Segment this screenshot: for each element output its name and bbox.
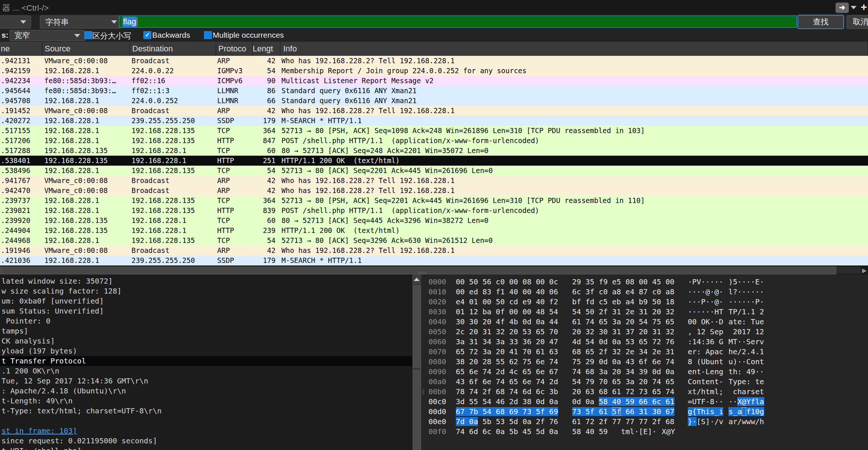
scrollbar-track[interactable] <box>836 267 861 274</box>
details-line[interactable]: since request: 0.021195000 seconds] <box>0 436 412 446</box>
hex-row[interactable]: 009065 6e 74 2d 4c 65 6e 6774 68 3a 20 3… <box>428 367 764 377</box>
frame-link[interactable]: st in frame: 103] <box>1 426 77 435</box>
packet-row[interactable]: .942159192.168.228.1224.0.0.22IGMPv354Me… <box>0 66 868 76</box>
pane-splitter[interactable] <box>421 274 426 450</box>
search-scope-dropdown[interactable]: 节流 <box>0 16 31 28</box>
packet-row[interactable]: .239920192.168.228.135192.168.228.1TCP60… <box>0 216 868 226</box>
search-type-dropdown[interactable]: 字符串 <box>40 16 122 28</box>
packet-row[interactable]: .942131VMware_c0:00:08BroadcastARP42Who … <box>0 56 868 66</box>
details-line[interactable]: lated window size: 35072] <box>0 276 412 286</box>
scrollbar-seam <box>413 368 420 370</box>
hex-row[interactable]: 000000 50 56 c0 00 08 00 0c29 35 f9 e5 0… <box>428 277 764 287</box>
hex-row[interactable]: 00e07d 0a 5b 53 5d 0a 2f 7661 72 2f 77 7… <box>428 417 764 427</box>
display-filter-bar[interactable]: 器 ... <Ctrl-/> ➜ + <box>0 0 868 15</box>
column-header-ne[interactable]: ne <box>0 42 42 56</box>
hex-offset: 0030 <box>428 307 446 317</box>
details-line[interactable] <box>0 416 412 426</box>
column-header-source[interactable]: Source <box>42 42 130 56</box>
scroll-up-button[interactable] <box>412 274 421 285</box>
triangle-up-icon <box>414 278 420 281</box>
charset-label: s: <box>1 31 8 40</box>
packet-row[interactable]: .945708192.168.228.1224.0.0.252LLMNR66St… <box>0 96 868 106</box>
hex-row[interactable]: 0020e4 01 00 50 cd e9 40 f2bf fd c5 eb a… <box>428 297 764 307</box>
scroll-right-arrow-icon[interactable]: ▶ <box>862 267 867 274</box>
details-line[interactable]: w size scaling factor: 128] <box>0 286 412 296</box>
packet-row[interactable]: .942470VMware_c0:00:08BroadcastARP42Who … <box>0 186 868 196</box>
multiple-occurrences-label[interactable]: Multiple occurrences <box>213 31 284 40</box>
packet-row[interactable]: .421036192.168.228.1239.255.255.250SSDP1… <box>0 256 868 265</box>
hex-offset: 00c0 <box>428 397 446 407</box>
details-line[interactable]: t-Type: text/html; charset=UTF-8\r\n <box>0 406 412 416</box>
horizontal-scrollbar[interactable]: ▶ <box>0 265 868 275</box>
details-scrollbar-handle[interactable] <box>413 285 421 450</box>
backwards-checkbox[interactable]: ✓ <box>143 31 151 39</box>
packet-list-header[interactable]: neSourceDestinationProtocoLengtInfo <box>0 42 868 56</box>
cancel-button[interactable]: 取消 <box>847 15 868 29</box>
hex-row[interactable]: 00b078 74 2f 68 74 6d 6c 3b20 63 68 61 7… <box>428 387 764 397</box>
apply-filter-arrow-button[interactable]: ➜ <box>835 3 849 13</box>
multiple-occurrences-checkbox[interactable]: ✓ <box>204 31 212 39</box>
packet-row[interactable]: .517206192.168.228.1192.168.228.135HTTP8… <box>0 136 868 146</box>
hex-offset: 0080 <box>428 357 446 367</box>
details-line[interactable]: t-Length: 49\r\n <box>0 396 412 406</box>
packet-row[interactable]: .244968192.168.228.1192.168.228.135TCP54… <box>0 236 868 246</box>
details-line[interactable]: st in frame: 103] <box>0 426 412 436</box>
hex-offset: 0090 <box>428 367 446 377</box>
case-sensitive-label[interactable]: 区分大小写 <box>92 31 131 41</box>
hex-row[interactable]: 001000 ed 83 f1 40 00 40 066c 3f c0 a8 e… <box>428 287 764 297</box>
column-header-lengt[interactable]: Lengt <box>253 42 280 56</box>
packet-row[interactable]: .191452VMware_c0:00:08BroadcastARP42Who … <box>0 106 868 116</box>
backwards-label[interactable]: Backwards <box>152 31 190 40</box>
add-filter-button[interactable]: + <box>861 1 867 13</box>
hex-row[interactable]: 003001 12 ba 0f 00 00 48 5454 50 2f 31 2… <box>428 307 764 317</box>
details-line[interactable]: yload (197 bytes) <box>0 346 412 356</box>
apply-filter-caret-icon[interactable] <box>851 6 857 9</box>
details-line[interactable]: Pointer: 0 <box>0 316 412 326</box>
packet-row[interactable]: .244904192.168.228.135192.168.228.1HTTP2… <box>0 226 868 236</box>
packet-row[interactable]: .191946VMware_c0:00:08BroadcastARP42Who … <box>0 246 868 256</box>
column-header-protoco[interactable]: Protoco <box>216 42 253 56</box>
hex-offset: 0060 <box>428 337 446 347</box>
find-button[interactable]: 查找 <box>798 15 844 29</box>
text-cursor <box>137 17 137 26</box>
details-line[interactable]: um: 0xba0f [unverified] <box>0 296 412 306</box>
packet-row[interactable]: .941767VMware_c0:00:08BroadcastARP42Who … <box>0 176 868 186</box>
packet-list: .942131VMware_c0:00:08BroadcastARP42Who … <box>0 56 868 265</box>
packet-row[interactable]: .942234fe80::585d:3b93:…ff02::16ICMPv690… <box>0 76 868 86</box>
details-line[interactable]: sum Status: Unverified] <box>0 306 412 316</box>
case-sensitive-checkbox[interactable]: ✓ <box>84 31 92 39</box>
details-line[interactable]: .1 200 OK\r\n <box>0 366 412 376</box>
packet-row[interactable]: .517155192.168.228.1192.168.228.135TCP36… <box>0 126 868 136</box>
hex-row[interactable]: 00d067 7b 54 68 69 73 5f 6973 5f 61 5f 6… <box>428 407 764 417</box>
packet-row[interactable]: .420272192.168.228.1239.255.255.250SSDP1… <box>0 116 868 126</box>
display-filter-placeholder[interactable]: 器 ... <Ctrl-/> <box>2 3 49 14</box>
packet-row[interactable]: .945644fe80::585d:3b93:…ff02::1:3LLMNR86… <box>0 86 868 96</box>
column-header-info[interactable]: Info <box>280 42 868 56</box>
hex-row[interactable]: 00502c 20 31 32 20 53 65 7020 32 30 31 3… <box>428 327 764 337</box>
hex-row[interactable]: 008038 20 28 55 62 75 6e 7475 29 0d 0a 4… <box>428 357 764 367</box>
details-line[interactable]: tamps] <box>0 326 412 336</box>
details-line[interactable]: : Apache/2.4.18 (Ubuntu)\r\n <box>0 386 412 396</box>
hex-dump-pane: 000000 50 56 c0 00 08 00 0c29 35 f9 e5 0… <box>426 274 868 450</box>
hex-offset: 0010 <box>428 287 446 297</box>
hex-row[interactable]: 00a043 6f 6e 74 65 6e 74 2d54 79 70 65 3… <box>428 377 764 387</box>
hex-offset: 0040 <box>428 317 446 327</box>
packet-row[interactable]: .538401192.168.228.135192.168.228.1HTTP2… <box>0 156 868 166</box>
hex-row[interactable]: 00603a 31 34 3a 33 36 20 474d 54 0d 0a 5… <box>428 337 764 347</box>
hex-row[interactable]: 00f074 6d 6c 0a 5b 45 5d 0a58 40 59tml·[… <box>428 427 764 437</box>
packet-row[interactable]: .239737192.168.228.1192.168.228.135TCP36… <box>0 196 868 206</box>
char-width-dropdown[interactable]: 宽窄 <box>10 30 85 41</box>
details-line-selected[interactable]: t Transfer Protocol <box>0 356 412 366</box>
search-input[interactable]: flag <box>119 16 797 28</box>
details-line[interactable]: t URI: /shell.php] <box>0 446 412 450</box>
details-line[interactable]: CK analysis] <box>0 336 412 346</box>
packet-row[interactable]: .517288192.168.228.135192.168.228.1TCP60… <box>0 146 868 156</box>
column-header-destination[interactable]: Destination <box>130 42 216 56</box>
hex-row[interactable]: 00c03d 55 54 46 2d 38 0d 0a0d 0a 58 40 5… <box>428 397 764 407</box>
packet-row[interactable]: .538496192.168.228.1192.168.228.135TCP54… <box>0 166 868 176</box>
scrollbar-handle[interactable] <box>0 267 836 274</box>
hex-row[interactable]: 007065 72 3a 20 41 70 61 6368 65 2f 32 2… <box>428 347 764 357</box>
hex-row[interactable]: 004030 30 20 4f 4b 0d 0a 4461 74 65 3a 2… <box>428 317 764 327</box>
details-line[interactable]: Tue, 12 Sep 2017 12:14:36 GMT\r\n <box>0 376 412 386</box>
packet-row[interactable]: .239821192.168.228.1192.168.228.135HTTP8… <box>0 206 868 216</box>
